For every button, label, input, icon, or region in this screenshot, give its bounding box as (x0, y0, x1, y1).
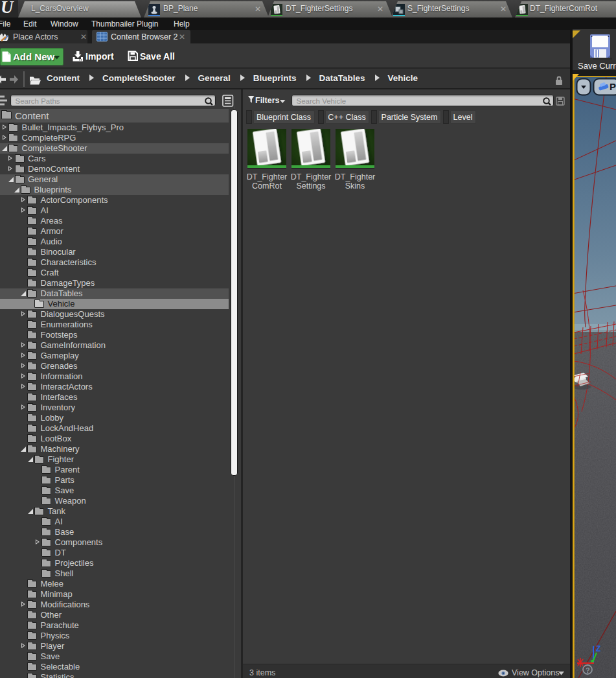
svg-text:?: ? (586, 666, 590, 674)
svg-text:P: P (610, 81, 616, 92)
svg-text:Z: Z (596, 644, 600, 653)
svg-text:Save Curre: Save Curre (578, 61, 616, 71)
